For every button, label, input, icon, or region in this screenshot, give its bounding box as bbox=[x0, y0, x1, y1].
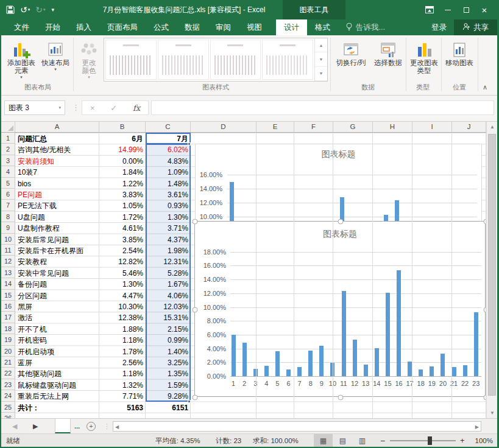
column-header-B[interactable]: B bbox=[99, 122, 146, 132]
cell-a13[interactable]: 安装中常见问题 bbox=[18, 268, 97, 279]
cell-a15[interactable]: 分区问题 bbox=[18, 290, 97, 301]
cell-b10[interactable]: 3.85% bbox=[100, 234, 143, 245]
tab-page-layout[interactable]: 页面布局 bbox=[99, 19, 146, 35]
active-sheet-tab[interactable] bbox=[55, 419, 71, 433]
chart-bar[interactable] bbox=[452, 367, 456, 376]
chart-selection-handle[interactable] bbox=[193, 307, 198, 312]
chart-selection-handle[interactable] bbox=[193, 395, 198, 401]
row-header-16[interactable]: 16 bbox=[1, 301, 15, 312]
cell-a14[interactable]: 备份问题 bbox=[18, 279, 97, 290]
cell-b25[interactable]: 5163 bbox=[100, 402, 143, 413]
gallery-up-icon[interactable]: ▲ bbox=[315, 38, 327, 52]
tab-formulas[interactable]: 公式 bbox=[146, 19, 177, 35]
cell-b24[interactable]: 7.71% bbox=[100, 391, 143, 402]
column-header-A[interactable]: A bbox=[15, 122, 99, 132]
row-header-5[interactable]: 5 bbox=[1, 178, 15, 189]
cell-b8[interactable]: 1.72% bbox=[100, 212, 143, 223]
page-break-view-icon[interactable]: ▥ bbox=[353, 434, 372, 447]
zoom-in-icon[interactable]: + bbox=[460, 434, 465, 447]
row-header-18[interactable]: 18 bbox=[1, 323, 15, 334]
row-header-21[interactable]: 21 bbox=[1, 357, 15, 368]
collapse-ribbon-icon[interactable]: ∧ bbox=[483, 83, 487, 91]
chart-selection-handle[interactable] bbox=[193, 219, 198, 225]
horizontal-scrollbar[interactable]: ◀ ▶ bbox=[113, 421, 481, 432]
select-data-button[interactable]: 选择数据 bbox=[371, 37, 405, 89]
ribbon-display-options-icon[interactable] bbox=[420, 0, 439, 19]
move-chart-button[interactable]: 移动图表 bbox=[444, 37, 475, 89]
cell-b22[interactable]: 1.18% bbox=[100, 368, 143, 379]
chart-title[interactable]: 图表标题 bbox=[196, 149, 481, 160]
cell-a10[interactable]: 安装后常见问题 bbox=[18, 234, 97, 245]
add-sheet-button[interactable]: + bbox=[87, 419, 96, 433]
chart-bar[interactable] bbox=[353, 340, 357, 376]
change-colors-button[interactable]: 更改颜色 ▾ bbox=[76, 37, 102, 89]
row-header-15[interactable]: 15 bbox=[1, 290, 15, 301]
cell-a17[interactable]: 激活 bbox=[18, 312, 97, 323]
normal-view-icon[interactable]: ▦ bbox=[314, 434, 333, 447]
column-header-E[interactable]: E bbox=[257, 122, 294, 132]
cell-b14[interactable]: 1.30% bbox=[100, 279, 143, 290]
zoom-slider-thumb[interactable] bbox=[428, 436, 432, 445]
vertical-scrollbar[interactable]: ▲ ▼ bbox=[486, 122, 497, 418]
name-box[interactable]: 图表 3 ▾ bbox=[4, 100, 65, 115]
cell-b16[interactable]: 10.30% bbox=[100, 301, 143, 312]
share-button[interactable]: 共享 bbox=[454, 19, 497, 35]
close-button[interactable]: × bbox=[475, 0, 494, 19]
cell-a23[interactable]: 鼠标键盘驱动问题 bbox=[18, 380, 97, 391]
row-header-1[interactable]: 1 bbox=[1, 133, 15, 144]
row-header-24[interactable]: 24 bbox=[1, 390, 15, 401]
cell-a11[interactable]: 安装后卡在开机界面 bbox=[18, 245, 97, 256]
cell-a9[interactable]: U盘制作教程 bbox=[18, 223, 97, 234]
cell-a21[interactable]: 蓝屏 bbox=[18, 357, 97, 368]
cell-b15[interactable]: 4.47% bbox=[100, 290, 143, 301]
chart-bar[interactable] bbox=[364, 365, 368, 376]
row-header-17[interactable]: 17 bbox=[1, 312, 15, 323]
chart-bar[interactable] bbox=[386, 293, 390, 376]
row-header-20[interactable]: 20 bbox=[1, 346, 15, 357]
cell-a12[interactable]: 安装教程 bbox=[18, 256, 97, 267]
series-values-range-highlight[interactable] bbox=[146, 144, 191, 402]
chart-bar[interactable] bbox=[441, 354, 445, 376]
row-header-4[interactable]: 4 bbox=[1, 166, 15, 177]
zoom-level[interactable]: 100% bbox=[475, 434, 493, 447]
cell-b11[interactable]: 2.54% bbox=[100, 245, 143, 256]
chart-bar[interactable] bbox=[342, 291, 346, 376]
insert-function-icon[interactable]: fx bbox=[133, 103, 140, 113]
cell-b2[interactable]: 14.99% bbox=[100, 144, 143, 155]
zoom-slider[interactable] bbox=[390, 440, 456, 441]
page-layout-view-icon[interactable]: ▤ bbox=[333, 434, 352, 447]
cell-b12[interactable]: 12.82% bbox=[100, 256, 143, 267]
gallery-down-icon[interactable]: ▼ bbox=[315, 52, 327, 66]
cell-a19[interactable]: 开机密码 bbox=[18, 335, 97, 346]
column-header-J[interactable]: J bbox=[452, 122, 486, 132]
name-box-dropdown-icon[interactable]: ▾ bbox=[58, 105, 61, 110]
cell-a2[interactable]: 咨询其他/无相关 bbox=[18, 144, 97, 155]
row-header-6[interactable]: 6 bbox=[1, 189, 15, 200]
chart-bar[interactable] bbox=[397, 270, 401, 376]
tab-review[interactable]: 审阅 bbox=[208, 19, 239, 35]
cell-a4[interactable]: 10装7 bbox=[18, 167, 97, 178]
chart-bar[interactable] bbox=[232, 335, 236, 376]
tab-home[interactable]: 开始 bbox=[37, 19, 68, 35]
cell-b1[interactable]: 6月 bbox=[100, 133, 143, 144]
cell-a1[interactable]: 问题汇总 bbox=[18, 133, 97, 144]
chart-bar[interactable] bbox=[308, 351, 313, 376]
column-header-I[interactable]: I bbox=[412, 122, 452, 132]
row-header-26[interactable]: 26 bbox=[1, 413, 15, 418]
tell-me-box[interactable]: 告诉我... bbox=[338, 19, 392, 35]
cell-a25[interactable]: 共计： bbox=[18, 402, 97, 413]
formula-input[interactable] bbox=[151, 100, 494, 115]
scroll-right-icon[interactable]: ▶ bbox=[475, 424, 479, 430]
change-chart-type-button[interactable]: 更改图表类型 bbox=[408, 37, 440, 89]
prev-sheet-icon[interactable]: ◀ bbox=[12, 419, 17, 433]
chart-style-thumbnail[interactable] bbox=[210, 40, 261, 80]
cell-a7[interactable]: PE无法下载 bbox=[18, 200, 97, 211]
chart-bar[interactable] bbox=[430, 366, 434, 376]
chart-bar[interactable] bbox=[286, 369, 291, 376]
tab-file[interactable]: 文件 bbox=[6, 19, 37, 35]
cell-a6[interactable]: PE问题 bbox=[18, 189, 97, 200]
chart-bar[interactable] bbox=[264, 366, 269, 376]
chart-selection-handle[interactable] bbox=[338, 219, 344, 225]
chart-title[interactable]: 图表标题 bbox=[195, 229, 485, 240]
cell-a20[interactable]: 开机启动项 bbox=[18, 346, 97, 357]
